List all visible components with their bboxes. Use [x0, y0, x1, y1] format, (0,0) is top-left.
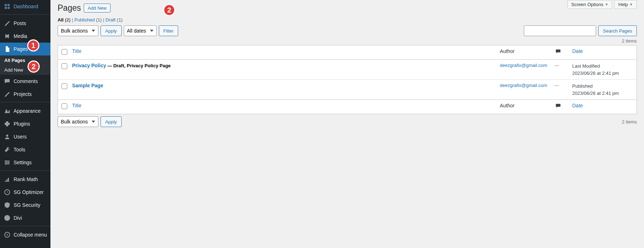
sidebar-label: Rank Math: [14, 176, 38, 182]
annotation-badge-1: 1: [27, 39, 39, 52]
sidebar-item-sgoptimizer[interactable]: SG Optimizer: [0, 186, 50, 199]
filter-draft-count: (1): [117, 17, 123, 23]
menu-separator: [0, 169, 50, 171]
submenu-add-new[interactable]: Add New: [0, 65, 50, 75]
sgoptimizer-icon: [4, 189, 11, 196]
filter-published-count: (1): [96, 17, 102, 23]
users-icon: [4, 133, 11, 140]
sidebar-label: Plugins: [14, 121, 30, 127]
page-title: Pages: [58, 3, 81, 13]
filter-all[interactable]: All (2): [58, 17, 70, 23]
sidebar-item-users[interactable]: Users: [0, 130, 50, 143]
date-status: Published: [572, 83, 593, 89]
search-button[interactable]: Search Pages: [598, 25, 637, 36]
date-cell: Published2023/06/26 at 2:41 pm: [569, 80, 637, 100]
items-count-label: 2 items: [622, 38, 637, 44]
row-checkbox[interactable]: [62, 83, 67, 89]
pages-table: Title Author Date Privacy Policy — Draft…: [58, 45, 637, 114]
post-state: — Draft, Privacy Policy Page: [106, 63, 171, 68]
tools-icon: [4, 146, 11, 153]
select-all-checkbox-footer[interactable]: [62, 103, 67, 109]
column-comments-header[interactable]: [551, 45, 569, 60]
page-header: Pages Add New 2: [58, 0, 637, 13]
submenu-all-pages[interactable]: All Pages: [0, 55, 50, 65]
column-title-link[interactable]: Title: [72, 103, 82, 108]
posts-icon: [4, 20, 11, 27]
appearance-icon: [4, 107, 11, 115]
status-filters: All (2) | Published (1) | Draft (1): [58, 17, 637, 23]
sidebar-item-comments[interactable]: Comments: [0, 75, 50, 88]
row-checkbox[interactable]: [62, 63, 67, 69]
filter-button[interactable]: Filter: [159, 25, 179, 36]
sidebar-item-pages[interactable]: Pages: [0, 43, 50, 55]
comment-bubble-icon: [555, 48, 562, 54]
sidebar-item-settings[interactable]: Settings: [0, 156, 50, 169]
svg-point-4: [5, 160, 7, 162]
column-date-header[interactable]: Date: [569, 45, 637, 60]
select-all-checkbox[interactable]: [62, 49, 67, 55]
author-link[interactable]: deezgrafix@gmail.com: [500, 83, 547, 88]
row-title-link[interactable]: Sample Page: [72, 83, 103, 88]
filter-draft[interactable]: Draft: [106, 17, 116, 23]
search-input[interactable]: [524, 25, 596, 36]
filter-published[interactable]: Published: [74, 17, 95, 23]
column-title-footer[interactable]: Title: [69, 100, 497, 114]
sidebar-item-appearance[interactable]: Appearance: [0, 104, 50, 117]
filter-draft-label: Draft: [106, 17, 116, 23]
column-comments-footer[interactable]: [551, 100, 569, 114]
filter-sep: |: [72, 17, 74, 23]
rankmath-icon: [4, 176, 11, 183]
tablenav-top: Bulk actions Apply All dates Filter Sear…: [58, 25, 637, 36]
add-new-button[interactable]: Add New: [84, 4, 111, 13]
items-count-top: 2 items: [58, 38, 637, 44]
sidebar-item-plugins[interactable]: Plugins: [0, 117, 50, 130]
table-row: Sample Page deezgrafix@gmail.com — Publi…: [58, 80, 637, 100]
sidebar-item-divi[interactable]: Divi: [0, 211, 50, 224]
svg-point-6: [5, 163, 7, 165]
comments-icon: [4, 78, 11, 85]
annotation-badge-2: 2: [28, 60, 40, 73]
svg-point-5: [8, 162, 9, 163]
sidebar-label: Tools: [14, 147, 25, 152]
divi-icon: [4, 214, 11, 222]
bulk-actions-select[interactable]: Bulk actions: [58, 25, 98, 36]
sidebar-label: Settings: [14, 160, 32, 165]
apply-button[interactable]: Apply: [101, 25, 122, 36]
comments-dash: —: [555, 63, 559, 68]
column-author-header: Author: [496, 45, 551, 60]
sidebar-item-dashboard[interactable]: Dashboard: [0, 0, 50, 13]
sidebar-label: Projects: [14, 91, 32, 97]
select-all-header: [58, 45, 69, 60]
sidebar-item-sgsecurity[interactable]: SG Security: [0, 199, 50, 211]
sidebar-item-projects[interactable]: Projects: [0, 88, 50, 101]
menu-separator: [0, 101, 50, 102]
admin-sidebar: Dashboard Posts Media Pages All Pages Ad…: [0, 0, 50, 248]
sidebar-item-posts[interactable]: Posts: [0, 17, 50, 30]
filter-all-label: All: [58, 17, 64, 23]
column-date-link[interactable]: Date: [572, 103, 583, 108]
sidebar-label: Posts: [14, 20, 26, 26]
date-cell: Last Modified2023/06/26 at 2:41 pm: [569, 60, 637, 80]
svg-point-8: [4, 215, 10, 221]
column-title-header[interactable]: Title: [69, 45, 497, 60]
author-link[interactable]: deezgrafix@gmail.com: [500, 63, 547, 68]
sidebar-label: SG Optimizer: [14, 189, 44, 195]
comments-dash: —: [555, 83, 559, 88]
column-title-link[interactable]: Title: [72, 48, 82, 54]
sidebar-item-media[interactable]: Media: [0, 30, 50, 43]
sidebar-item-collapse[interactable]: Collapse menu: [0, 228, 50, 241]
select-all-footer: [58, 100, 69, 114]
column-date-link[interactable]: Date: [572, 48, 583, 54]
sidebar-label: SG Security: [14, 202, 40, 208]
bulk-actions-select-bottom[interactable]: Bulk actions: [58, 116, 98, 127]
date-filter-select[interactable]: All dates: [124, 25, 157, 36]
sidebar-item-rankmath[interactable]: Rank Math: [0, 173, 50, 186]
sidebar-item-tools[interactable]: Tools: [0, 143, 50, 156]
apply-button-bottom[interactable]: Apply: [101, 116, 122, 127]
filter-published-label: Published: [74, 17, 95, 23]
column-date-footer[interactable]: Date: [569, 100, 637, 114]
media-icon: [4, 33, 11, 40]
row-title-link[interactable]: Privacy Policy: [72, 63, 106, 68]
sidebar-label: Collapse menu: [14, 232, 47, 238]
settings-icon: [4, 159, 11, 166]
